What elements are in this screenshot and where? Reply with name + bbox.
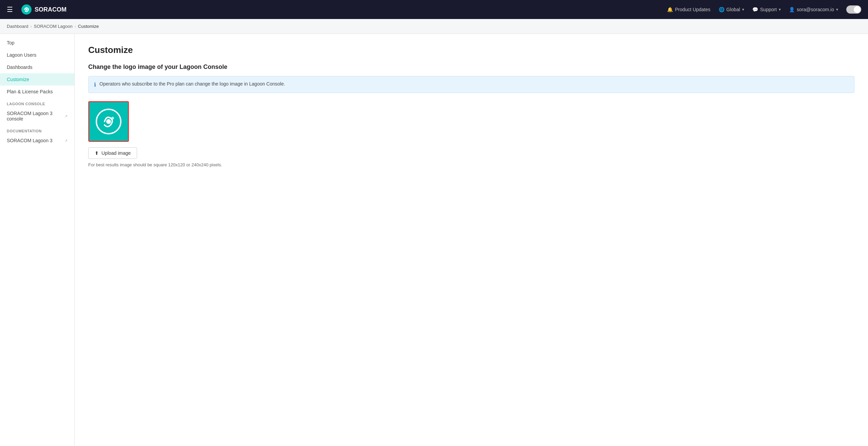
upload-button-label: Upload image <box>101 150 131 156</box>
upload-image-button[interactable]: ⬆ Upload image <box>88 147 137 159</box>
brand-name: SORACOM <box>35 6 67 13</box>
upload-hint: For best results image should be square … <box>88 162 854 167</box>
breadcrumb: Dashboard › SORACOM Lagoon › Customize <box>0 19 868 34</box>
info-banner: ℹ Operators who subscribe to the Pro pla… <box>88 76 854 93</box>
sidebar-top-label: Top <box>7 40 15 45</box>
sidebar-plan-license-label: Plan & License Packs <box>7 89 53 94</box>
sidebar-item-lagoon3-docs[interactable]: SORACOM Lagoon 3 ↗ <box>0 134 74 147</box>
chevron-down-icon: ▾ <box>742 7 744 12</box>
global-label: Global <box>727 7 740 12</box>
top-nav: ☰ SORACOM 🔔 Product Updates 🌐 Global ▾ 💬… <box>0 0 868 19</box>
sidebar-item-top[interactable]: Top <box>0 37 74 49</box>
svg-point-4 <box>111 117 114 119</box>
sidebar-lagoon3-console-label: SORACOM Lagoon 3 console <box>7 111 64 122</box>
sidebar-item-dashboards[interactable]: Dashboards <box>0 61 74 73</box>
user-label: sora@soracom.io <box>797 7 834 12</box>
globe-icon: 🌐 <box>719 7 724 12</box>
sidebar-item-customize[interactable]: Customize <box>0 73 74 86</box>
support-label: Support <box>760 7 777 12</box>
product-updates-button[interactable]: 🔔 Product Updates <box>667 7 710 12</box>
breadcrumb-current: Customize <box>78 24 99 29</box>
sidebar-customize-label: Customize <box>7 77 29 82</box>
chevron-down-icon-support: ▾ <box>779 7 781 12</box>
chevron-down-icon-user: ▾ <box>836 7 838 12</box>
external-link-icon-console: ↗ <box>64 114 68 118</box>
sidebar-lagoon-users-label: Lagoon Users <box>7 52 36 58</box>
user-menu-button[interactable]: 👤 sora@soracom.io ▾ <box>789 7 838 12</box>
sidebar-item-lagoon-users[interactable]: Lagoon Users <box>0 49 74 61</box>
sidebar-dashboards-label: Dashboards <box>7 64 33 70</box>
bell-icon: 🔔 <box>667 7 673 12</box>
breadcrumb-sep-1: › <box>31 24 32 29</box>
soracom-logo-icon <box>21 4 32 15</box>
breadcrumb-lagoon[interactable]: SORACOM Lagoon <box>34 24 73 29</box>
sidebar-section-lagoon-console: LAGOON CONSOLE <box>0 98 74 107</box>
upload-icon: ⬆ <box>95 150 99 156</box>
info-banner-text: Operators who subscribe to the Pro plan … <box>99 81 285 87</box>
external-link-icon-docs: ↗ <box>64 138 68 143</box>
logo-preview-svg <box>95 108 122 135</box>
section-title: Change the logo image of your Lagoon Con… <box>88 63 854 71</box>
topnav-right: 🔔 Product Updates 🌐 Global ▾ 💬 Support ▾… <box>667 5 861 14</box>
breadcrumb-dashboard[interactable]: Dashboard <box>7 24 29 29</box>
support-icon: 💬 <box>752 7 758 12</box>
support-button[interactable]: 💬 Support ▾ <box>752 7 781 12</box>
global-button[interactable]: 🌐 Global ▾ <box>719 7 744 12</box>
page-title: Customize <box>88 45 854 55</box>
main-content: Customize Change the logo image of your … <box>75 34 868 446</box>
theme-toggle[interactable] <box>846 5 861 14</box>
sidebar-section-documentation: DOCUMENTATION <box>0 125 74 134</box>
sidebar: Top Lagoon Users Dashboards Customize Pl… <box>0 34 75 446</box>
sidebar-item-plan-license[interactable]: Plan & License Packs <box>0 86 74 98</box>
logo-preview <box>88 101 129 142</box>
svg-point-1 <box>25 8 27 11</box>
user-icon: 👤 <box>789 7 795 12</box>
info-icon: ℹ <box>94 81 96 88</box>
svg-point-3 <box>106 119 111 124</box>
brand-logo: SORACOM <box>21 4 662 15</box>
breadcrumb-sep-2: › <box>75 24 76 29</box>
product-updates-label: Product Updates <box>675 7 710 12</box>
layout: Top Lagoon Users Dashboards Customize Pl… <box>0 34 868 446</box>
sidebar-item-lagoon3-console[interactable]: SORACOM Lagoon 3 console ↗ <box>0 107 74 125</box>
hamburger-button[interactable]: ☰ <box>7 5 13 14</box>
sidebar-lagoon3-docs-label: SORACOM Lagoon 3 <box>7 138 53 143</box>
